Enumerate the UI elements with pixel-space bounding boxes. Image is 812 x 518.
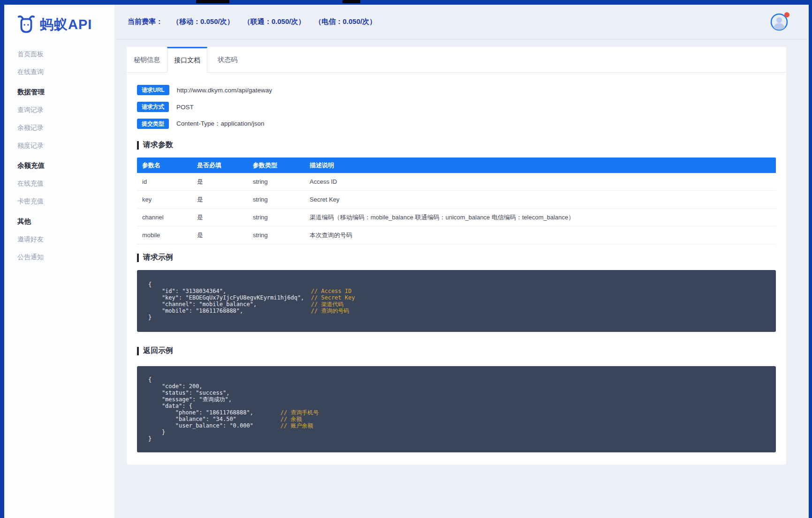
current-rates: 当前费率： （移动：0.050/次） （联通：0.050/次） （电信：0.05… (128, 17, 386, 26)
section-title-request-example: 请求示例 (137, 253, 776, 263)
content-type-value: Content-Type：application/json (176, 120, 265, 128)
request-url-value: http://www.dkym.com/api/gateway (177, 87, 272, 94)
rate-mobile: （移动：0.050/次） (172, 17, 234, 26)
sidebar-section-balance-recharge: 余额充值 (4, 157, 114, 174)
logo[interactable]: 蚂蚁API (4, 5, 114, 36)
response-example-code: { "code": 200, "status": "success", "mes… (137, 366, 776, 452)
content-type-badge: 提交类型 (137, 119, 169, 129)
tab-content: 请求URL http://www.dkym.com/api/gateway 请求… (127, 73, 786, 465)
col-header-required: 是否必填 (192, 158, 248, 173)
table-row-mobile: mobile 是 string 本次查询的号码 (137, 226, 776, 244)
page-frame-right (809, 0, 812, 518)
sidebar-section-data-management: 数据管理 (4, 83, 114, 101)
section-bar (137, 141, 139, 150)
request-url-row: 请求URL http://www.dkym.com/api/gateway (137, 85, 776, 95)
rate-telecom: （电信：0.050/次） (314, 17, 376, 26)
sidebar-item-home[interactable]: 首页面板 (4, 45, 114, 63)
rate-unicom: （联通：0.050/次） (243, 17, 305, 26)
sidebar-nav: 首页面板 在线查询 数据管理 查询记录 余额记录 额度记录 余额充值 在线充值 … (4, 45, 114, 266)
col-header-param-name: 参数名 (137, 158, 192, 173)
col-header-description: 描述说明 (304, 158, 776, 173)
rates-label: 当前费率： (128, 17, 163, 26)
main-area: 当前费率： （移动：0.050/次） （联通：0.050/次） （电信：0.05… (115, 5, 809, 518)
page-frame-top (0, 0, 812, 5)
user-avatar[interactable] (770, 13, 788, 31)
sidebar-item-invite-friends[interactable]: 邀请好友 (4, 230, 114, 248)
ant-logo-icon (15, 14, 37, 36)
section-title-response-example: 返回示例 (137, 346, 776, 356)
sidebar-item-announcements[interactable]: 公告通知 (4, 248, 114, 266)
table-row-key: key 是 string Secret Key (137, 191, 776, 209)
tab-bar: 秘钥信息 接口文档 状态码 (127, 47, 786, 73)
sidebar-item-quota-records[interactable]: 额度记录 (4, 136, 114, 154)
content-type-row: 提交类型 Content-Type：application/json (137, 119, 776, 129)
logo-title: 蚂蚁API (40, 15, 92, 34)
tab-status-codes[interactable]: 状态码 (207, 47, 248, 72)
table-row-channel: channel 是 string 渠道编码（移动编码：mobile_balanc… (137, 209, 776, 226)
top-header: 当前费率： （移动：0.050/次） （联通：0.050/次） （电信：0.05… (115, 5, 809, 39)
section-bar (137, 254, 139, 262)
section-title-params: 请求参数 (137, 140, 776, 150)
params-table: 参数名 是否必填 参数类型 描述说明 id 是 string Access ID… (137, 158, 776, 244)
tab-api-docs[interactable]: 接口文档 (167, 47, 207, 73)
params-table-header: 参数名 是否必填 参数类型 描述说明 (137, 158, 776, 173)
page-frame-left (0, 0, 4, 518)
content-card: 秘钥信息 接口文档 状态码 请求URL http://www.dkym.com/… (127, 47, 786, 465)
sidebar-section-other: 其他 (4, 212, 114, 230)
sidebar-item-balance-records[interactable]: 余额记录 (4, 119, 114, 136)
top-edge-artifact (342, 0, 360, 3)
notification-dot (784, 12, 789, 17)
request-method-badge: 请求方式 (137, 102, 169, 112)
request-url-badge: 请求URL (137, 85, 169, 95)
request-method-value: POST (176, 104, 194, 111)
sidebar-item-online-query[interactable]: 在线查询 (4, 63, 114, 81)
request-method-row: 请求方式 POST (137, 102, 776, 112)
request-example-code: { "id": "3138034364",// Access ID "key":… (137, 270, 776, 332)
sidebar: 蚂蚁API 首页面板 在线查询 数据管理 查询记录 余额记录 额度记录 余额充值… (4, 5, 115, 518)
col-header-param-type: 参数类型 (248, 158, 304, 173)
tab-secret-info[interactable]: 秘钥信息 (127, 47, 167, 72)
section-bar (137, 347, 139, 355)
sidebar-item-online-recharge[interactable]: 在线充值 (4, 174, 114, 192)
sidebar-item-card-recharge[interactable]: 卡密充值 (4, 192, 114, 210)
sidebar-item-query-records[interactable]: 查询记录 (4, 101, 114, 119)
top-edge-artifact (196, 0, 229, 3)
table-row-id: id 是 string Access ID (137, 173, 776, 191)
